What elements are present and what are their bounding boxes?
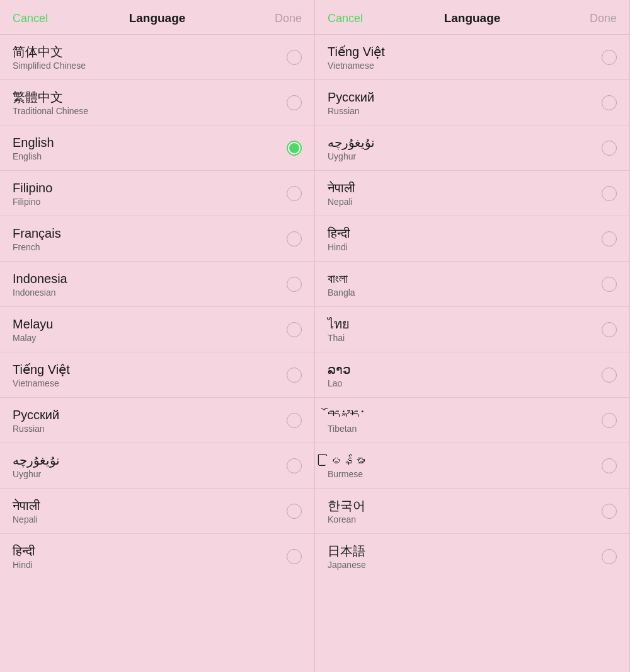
list-item[interactable]: IndonesiaIndonesian [0, 262, 314, 307]
language-english-name: Japanese [328, 560, 366, 570]
language-native-name: 日本語 [328, 543, 366, 559]
language-native-name: नेपाली [328, 180, 355, 196]
language-english-name: Hindi [328, 242, 350, 252]
radio-button[interactable] [287, 549, 302, 564]
radio-button[interactable] [287, 413, 302, 428]
list-item[interactable]: 한국어Korean [315, 489, 629, 534]
radio-button[interactable] [602, 368, 617, 383]
radio-button[interactable] [287, 504, 302, 519]
radio-button[interactable] [602, 277, 617, 292]
language-native-name: हिन्दी [13, 543, 35, 559]
radio-button[interactable] [602, 186, 617, 201]
list-item[interactable]: བོད་སྐད་Tibetan [315, 398, 629, 443]
left-language-list: 简体中文Simplified Chinese繁體中文Traditional Ch… [0, 35, 314, 672]
list-item[interactable]: نۇيغۇرچەUyghur [315, 125, 629, 171]
language-native-name: Melayu [13, 316, 53, 332]
language-english-name: Nepali [328, 197, 355, 207]
left-header: Cancel Language Done [0, 0, 314, 35]
radio-button[interactable] [287, 322, 302, 337]
language-english-name: Malay [13, 333, 53, 343]
radio-button[interactable] [602, 231, 617, 246]
language-english-name: Thai [328, 333, 350, 343]
language-native-name: Tiếng Việt [13, 361, 70, 378]
left-title: Language [50, 11, 264, 25]
list-item[interactable]: Tiếng ViệtVietnamese [315, 35, 629, 80]
list-item[interactable]: हिन्दीHindi [0, 534, 314, 579]
radio-button[interactable] [602, 50, 617, 65]
language-english-name: Lao [328, 378, 351, 388]
list-item[interactable]: Tiếng ViệtVietnamese [0, 352, 314, 398]
language-english-name: Vietnamese [13, 378, 70, 388]
radio-button[interactable] [287, 458, 302, 473]
language-english-name: French [13, 242, 61, 252]
list-item[interactable]: বাংলাBangla [315, 262, 629, 307]
left-panel: Cancel Language Done 简体中文Simplified Chin… [0, 0, 315, 672]
radio-button[interactable] [602, 322, 617, 337]
radio-button[interactable] [287, 368, 302, 383]
radio-button[interactable] [602, 95, 617, 110]
language-native-name: Indonesia [13, 270, 67, 287]
language-native-name: نۇيغۇرچە [13, 452, 60, 468]
language-english-name: Simplified Chinese [13, 61, 86, 71]
right-header: Cancel Language Done [315, 0, 629, 35]
language-native-name: Русский [13, 407, 59, 423]
language-english-name: Vietnamese [328, 61, 385, 71]
language-native-name: हिन्दी [328, 225, 350, 241]
radio-button[interactable] [602, 458, 617, 473]
right-panel: Cancel Language Done Tiếng ViệtVietnames… [315, 0, 630, 672]
list-item[interactable]: 日本語Japanese [315, 534, 629, 579]
list-item[interactable]: हिन्दीHindi [315, 216, 629, 262]
radio-button[interactable] [287, 231, 302, 246]
radio-button[interactable] [602, 413, 617, 428]
right-done-button[interactable]: Done [579, 12, 617, 25]
language-english-name: Bangla [328, 287, 355, 298]
list-item[interactable]: မြန်မာBurmese [315, 443, 629, 489]
radio-button[interactable] [602, 141, 617, 156]
language-english-name: Russian [13, 424, 59, 434]
list-item[interactable]: 简体中文Simplified Chinese [0, 35, 314, 80]
language-native-name: ລາວ [328, 361, 351, 378]
list-item[interactable]: FilipinoFilipino [0, 171, 314, 216]
language-english-name: Hindi [13, 560, 35, 570]
list-item[interactable]: नेपालीNepali [315, 171, 629, 216]
list-item[interactable]: ไทยThai [315, 307, 629, 352]
list-item[interactable]: MelayuMalay [0, 307, 314, 352]
language-english-name: Uyghur [13, 469, 60, 479]
left-done-button[interactable]: Done [264, 12, 302, 25]
language-native-name: 繁體中文 [13, 89, 88, 105]
language-english-name: Uyghur [328, 151, 375, 161]
radio-button[interactable] [287, 141, 302, 156]
list-item[interactable]: नेपालीNepali [0, 489, 314, 534]
radio-button[interactable] [287, 50, 302, 65]
list-item[interactable]: EnglishEnglish [0, 125, 314, 171]
list-item[interactable]: FrançaisFrench [0, 216, 314, 262]
language-english-name: Nepali [13, 514, 40, 524]
radio-button[interactable] [287, 95, 302, 110]
list-item[interactable]: نۇيغۇرچەUyghur [0, 443, 314, 489]
radio-button[interactable] [287, 186, 302, 201]
list-item[interactable]: 繁體中文Traditional Chinese [0, 80, 314, 125]
left-cancel-button[interactable]: Cancel [13, 12, 50, 25]
language-native-name: नेपाली [13, 497, 40, 514]
right-cancel-button[interactable]: Cancel [328, 12, 365, 25]
language-english-name: Korean [328, 514, 365, 524]
radio-button[interactable] [602, 504, 617, 519]
radio-button[interactable] [602, 549, 617, 564]
language-native-name: English [13, 134, 54, 151]
language-english-name: Traditional Chinese [13, 106, 88, 116]
language-native-name: བོད་སྐད་ [328, 407, 365, 423]
list-item[interactable]: РусскийRussian [315, 80, 629, 125]
language-native-name: Filipino [13, 180, 52, 196]
language-native-name: ไทย [328, 316, 350, 332]
language-native-name: نۇيغۇرچە [328, 134, 375, 151]
language-native-name: বাংলা [328, 270, 355, 287]
language-english-name: English [13, 151, 54, 161]
language-english-name: Russian [328, 106, 374, 116]
list-item[interactable]: РусскийRussian [0, 398, 314, 443]
language-native-name: မြန်မာ [328, 452, 365, 468]
radio-button[interactable] [287, 277, 302, 292]
language-native-name: 한국어 [328, 497, 365, 514]
list-item[interactable]: ລາວLao [315, 352, 629, 398]
language-english-name: Indonesian [13, 287, 67, 298]
language-native-name: Français [13, 225, 61, 241]
